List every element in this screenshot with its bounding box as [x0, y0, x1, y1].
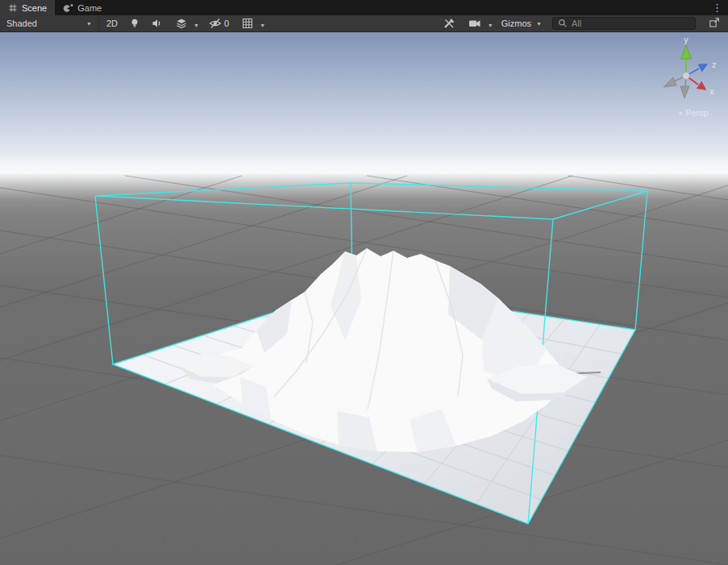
speaker-icon	[152, 18, 163, 29]
scene-search-field[interactable]: All	[552, 17, 696, 30]
2d-toggle[interactable]: 2D	[102, 17, 122, 30]
orientation-gizmo[interactable]: y z x	[646, 35, 726, 116]
axis-z-label: z	[712, 60, 716, 69]
axis-x-handle[interactable]: x	[686, 76, 714, 96]
grid-control: ▼	[235, 16, 268, 31]
projection-toggle[interactable]: ◄ Persp	[676, 108, 709, 118]
scene-grid-icon	[8, 3, 18, 13]
axis-x-label: x	[709, 87, 714, 96]
effects-dropdown[interactable]: ▼	[191, 16, 202, 31]
unity-editor-window: Scene Game ⋮ Shaded ▼ 2D	[0, 0, 728, 565]
grid-icon	[242, 18, 253, 29]
tools-icon	[443, 18, 456, 29]
gizmo-center-handle[interactable]	[683, 73, 690, 80]
lighting-toggle[interactable]	[125, 16, 144, 31]
hidden-objects-count: 0	[224, 19, 229, 28]
tab-game-label: Game	[77, 3, 102, 13]
chevron-down-icon: ▼	[488, 23, 493, 28]
grid-toggle[interactable]	[238, 16, 257, 31]
draw-mode-dropdown[interactable]: Shaded ▼	[0, 15, 99, 31]
gizmos-label: Gizmos	[501, 19, 531, 28]
draw-mode-label: Shaded	[6, 19, 37, 28]
pop-out-window-button[interactable]	[707, 15, 722, 32]
game-icon	[63, 3, 73, 13]
chevron-down-icon: ▼	[86, 21, 92, 27]
window-menu-button[interactable]: ⋮	[706, 0, 728, 15]
pop-out-icon	[709, 17, 720, 28]
scene-camera-control: ▼	[461, 16, 496, 31]
tab-game[interactable]: Game	[55, 0, 110, 15]
chevron-down-icon: ▼	[536, 21, 542, 27]
gizmos-dropdown[interactable]: Gizmos ▼	[496, 15, 547, 31]
camera-icon	[468, 19, 481, 28]
hidden-objects-toggle[interactable]: 0	[205, 16, 233, 31]
tab-scene[interactable]: Scene	[0, 0, 55, 15]
left-arrow-icon: ◄	[676, 110, 683, 117]
scene-toolbar: Shaded ▼ 2D	[0, 15, 728, 32]
view-tab-bar: Scene Game ⋮	[0, 0, 728, 15]
camera-dropdown[interactable]: ▼	[485, 16, 496, 31]
effects-layers-icon	[176, 18, 187, 29]
axis-z-handle[interactable]: z	[686, 60, 716, 76]
audio-toggle[interactable]	[148, 16, 167, 31]
camera-button[interactable]	[464, 17, 485, 30]
axis-y-label: y	[684, 35, 688, 44]
search-icon	[558, 19, 568, 28]
grid-dropdown[interactable]: ▼	[257, 16, 268, 31]
horizon-haze	[0, 153, 728, 200]
lightbulb-icon	[129, 18, 140, 29]
effects-toggle[interactable]	[172, 16, 191, 31]
eye-slash-icon	[209, 18, 222, 29]
scene-viewport[interactable]: y z x ◄ Persp	[0, 32, 728, 565]
tools-button[interactable]	[439, 16, 460, 31]
scene-3d-render	[0, 32, 728, 565]
tab-scene-label: Scene	[22, 3, 47, 13]
projection-label: Persp	[685, 108, 709, 118]
search-value: All	[572, 19, 581, 28]
axis-y-handle[interactable]: y	[681, 35, 692, 76]
chevron-down-icon: ▼	[193, 23, 199, 28]
chevron-down-icon: ▼	[260, 23, 265, 28]
effects-control: ▼	[168, 16, 202, 31]
